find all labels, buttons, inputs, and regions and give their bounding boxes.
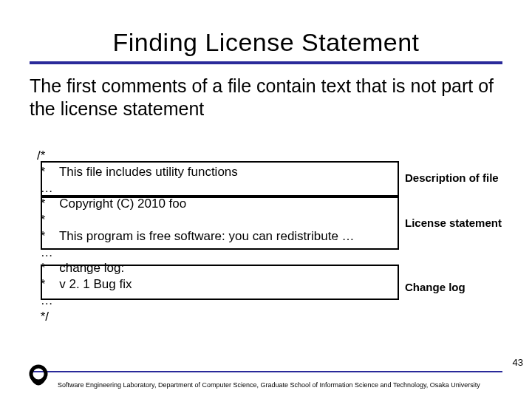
label-description: Description of file [405,171,499,184]
footer-divider [30,371,502,372]
university-logo-icon [24,364,53,393]
body-text: The first comments of a file contain tex… [0,75,532,121]
footer-text: Software Engineering Laboratory, Departm… [58,381,480,389]
highlight-box-description [41,161,399,197]
label-changelog: Change log [405,281,466,293]
highlight-box-changelog [41,265,399,300]
comment-line: */ [37,309,355,325]
highlight-box-license [41,197,399,250]
title-underline [30,61,502,64]
label-license: License statement [405,216,502,229]
page-number: 43 [513,357,523,368]
slide-title: Finding License Statement [0,0,532,61]
